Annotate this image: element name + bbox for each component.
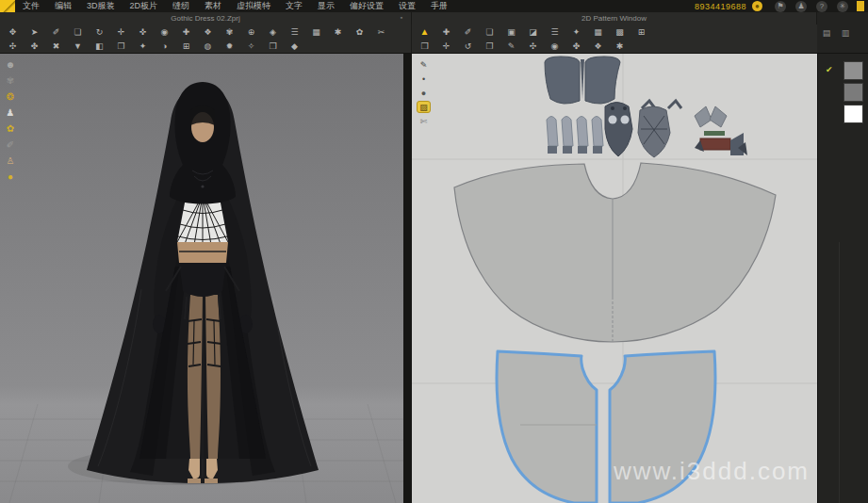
menu-item[interactable]: 显示 [310, 0, 342, 12]
3d-tool-icon[interactable]: ✿ [352, 25, 368, 38]
pattern-canvas[interactable] [412, 54, 817, 503]
2d-view-toggle-icon[interactable]: ▨ [417, 101, 431, 113]
3d-tool-icon[interactable]: ✤ [26, 40, 42, 52]
account-id: 8934419688 [695, 2, 746, 11]
menu-item[interactable]: 缝纫 [165, 0, 197, 12]
2d-tool-icon[interactable]: ❒ [417, 40, 433, 52]
3d-view-toggle-icon[interactable]: ✿ [3, 122, 18, 136]
2d-tool-icon[interactable]: ❖ [590, 40, 606, 52]
menubar-icon[interactable]: ? [816, 1, 827, 12]
3d-view-toggle-icon[interactable]: ✾ [3, 73, 18, 88]
menu-item[interactable]: 3D服装 [79, 0, 123, 12]
2d-view-toggle-icon[interactable]: ✄ [417, 115, 431, 127]
menubar-icon[interactable]: ♟ [795, 1, 807, 12]
3d-tool-icon[interactable]: ▼ [70, 40, 86, 52]
pin-icon[interactable]: ▪ [398, 14, 405, 22]
3d-tool-icon[interactable]: ◆ [287, 40, 303, 52]
menubar-right: 8934419688 ● ⚑♟?✳ [695, 1, 868, 12]
menu-item[interactable]: 偏好设置 [342, 0, 391, 12]
3d-tool-icon[interactable]: ◉ [156, 25, 172, 38]
2d-view-toggle-icon[interactable]: ● [417, 87, 431, 99]
3d-tool-icon[interactable]: ◈ [265, 25, 281, 38]
panel-tool-icon[interactable]: ▥ [839, 26, 852, 39]
3d-tool-icon[interactable]: ☰ [287, 25, 303, 38]
3d-tool-icon[interactable]: ✐ [48, 25, 64, 38]
3d-tool-icon[interactable]: ▦ [308, 25, 324, 38]
3d-tool-icon[interactable]: ✖ [48, 40, 64, 52]
3d-tool-icon[interactable]: ✦ [135, 40, 151, 52]
3d-tool-icon[interactable]: ✱ [330, 25, 346, 38]
menu-item[interactable]: 文件 [15, 0, 47, 12]
3d-tool-icon[interactable]: ◧ [91, 40, 107, 52]
2d-pattern-viewport[interactable]: ✎•●▨✄ [412, 54, 817, 503]
menu-item[interactable]: 编辑 [47, 0, 79, 12]
pane-divider[interactable] [403, 54, 412, 503]
2d-tool-icon[interactable]: ✛ [438, 40, 454, 52]
menu-item[interactable]: 设置 [391, 0, 423, 12]
3d-tool-icon[interactable]: ✾ [221, 25, 237, 38]
2d-tool-icon[interactable]: ❏ [482, 25, 498, 38]
toolbar-2d: ▲✚✐❏▣◪☰✦▦▩⊞ ❒✛↺❐✎✣◉✤❖✱ [412, 24, 817, 53]
2d-tool-icon[interactable]: ☰ [547, 25, 563, 38]
3d-tool-icon[interactable]: ✧ [243, 40, 259, 52]
2d-tool-icon[interactable]: ✐ [460, 25, 476, 38]
2d-view-toggle-icon[interactable]: ✎ [417, 58, 431, 71]
3d-tool-icon[interactable]: ✚ [178, 25, 194, 38]
menubar-icon[interactable]: ⚑ [775, 1, 786, 12]
3d-tool-icon[interactable]: ❒ [265, 40, 281, 52]
menu-item[interactable]: 素材 [197, 0, 229, 12]
3d-view-toggle-icon[interactable]: ♙ [3, 154, 18, 168]
3d-view-toggle-icon[interactable]: ✐ [3, 138, 18, 152]
3d-tool-icon[interactable]: ❏ [70, 25, 86, 38]
2d-view-toggle-icon[interactable]: • [417, 73, 431, 85]
3d-tool-icon[interactable]: ✹ [221, 40, 237, 52]
3d-tool-icon[interactable]: ✣ [5, 40, 21, 52]
main-area: ☻✾❂♟✿✐♙● [0, 54, 868, 503]
3d-tool-icon[interactable]: ◑ [156, 40, 172, 52]
2d-tool-icon[interactable]: ✣ [525, 40, 541, 52]
2d-tool-icon[interactable]: ◪ [525, 25, 541, 38]
2d-tool-icon[interactable]: ✎ [503, 40, 519, 52]
color-swatch[interactable] [843, 105, 863, 123]
3d-view-toggle-icon[interactable]: ❂ [3, 89, 18, 104]
3d-tool-icon[interactable]: ➤ [26, 25, 42, 38]
2d-tool-icon[interactable]: ✦ [568, 25, 584, 38]
2d-tool-icon[interactable]: ▩ [612, 25, 628, 38]
menu-item[interactable]: 手册 [423, 0, 455, 12]
2d-tool-icon[interactable]: ❐ [482, 40, 498, 52]
3d-tool-icon[interactable]: ✜ [135, 25, 151, 38]
3d-tool-icon[interactable]: ✛ [113, 25, 129, 38]
panel-tool-icon[interactable]: ▤ [820, 26, 833, 39]
3d-tool-icon[interactable]: ❐ [113, 40, 129, 52]
2d-tool-icon[interactable]: ⊞ [633, 25, 649, 38]
menubar-icon[interactable]: ✳ [837, 1, 848, 12]
3d-tool-icon[interactable]: ◍ [200, 40, 216, 52]
3d-tool-icon[interactable]: ↻ [91, 25, 107, 38]
2d-tool-icon[interactable]: ✚ [438, 25, 454, 38]
3d-view-toggle-icon[interactable]: ☻ [3, 57, 18, 72]
app-logo-icon[interactable] [0, 0, 15, 12]
2d-tool-icon[interactable]: ▣ [503, 25, 519, 38]
color-swatch[interactable] [843, 61, 863, 80]
menu-item[interactable]: 2D板片 [123, 0, 166, 12]
3d-view-toggle-icon[interactable]: ● [3, 170, 18, 184]
2d-tool-icon[interactable]: ◉ [547, 40, 563, 52]
3d-tool-icon[interactable]: ⊕ [243, 25, 259, 38]
3d-viewport[interactable]: ☻✾❂♟✿✐♙● [0, 54, 403, 503]
check-icon[interactable]: ✔ [826, 65, 833, 74]
3d-tool-icon[interactable]: ✥ [5, 25, 21, 38]
2d-tool-icon[interactable]: ✤ [568, 40, 584, 52]
3d-tool-icon[interactable]: ❖ [200, 25, 216, 38]
2d-tool-icon[interactable]: ▲ [417, 25, 433, 38]
3d-scene[interactable] [0, 54, 403, 503]
2d-tool-icon[interactable]: ▦ [590, 25, 606, 38]
2d-tool-icon[interactable]: ✱ [612, 40, 628, 52]
coin-icon[interactable]: ● [752, 1, 762, 11]
3d-tool-icon[interactable]: ✂ [373, 25, 389, 38]
menu-item[interactable]: 虚拟模特 [229, 0, 278, 12]
3d-tool-icon[interactable]: ⊞ [178, 40, 194, 52]
3d-view-toggle-icon[interactable]: ♟ [3, 105, 18, 120]
color-swatch[interactable] [843, 83, 863, 102]
menu-item[interactable]: 文字 [278, 0, 310, 12]
2d-tool-icon[interactable]: ↺ [460, 40, 476, 52]
